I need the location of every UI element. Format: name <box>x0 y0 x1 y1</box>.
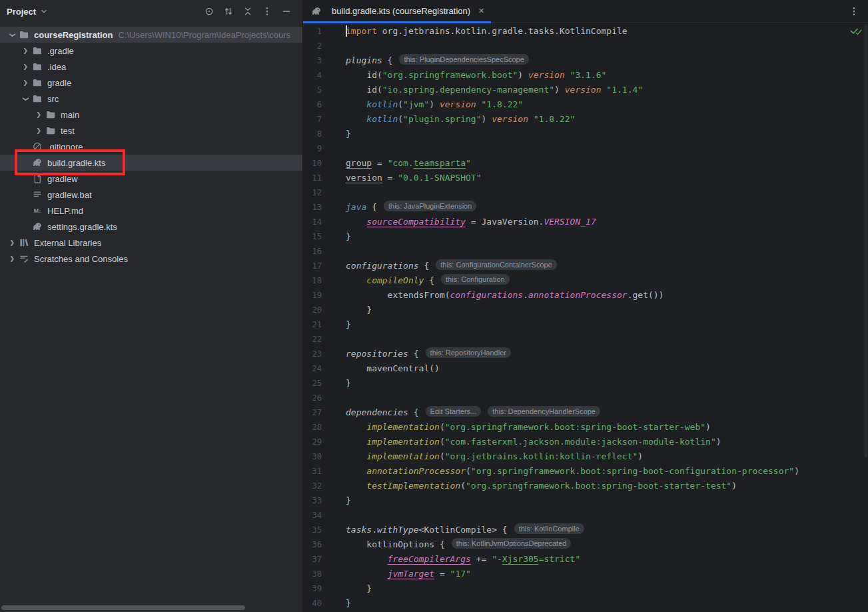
line-number: 32 <box>303 479 334 493</box>
tree-item-idea[interactable]: ❯.idea <box>0 59 302 75</box>
chevron-down-icon[interactable]: ❯ <box>9 28 15 41</box>
chevron-right-icon[interactable]: ❯ <box>19 80 32 86</box>
code-line[interactable]: 20 } <box>303 303 868 317</box>
inlay-hint[interactable]: this: KotlinJvmOptionsDeprecated <box>452 538 572 549</box>
code-line[interactable]: 15} <box>303 229 868 244</box>
tree-item-gradle[interactable]: ❯.gradle <box>0 43 302 59</box>
code-line[interactable]: 29 implementation("com.fasterxml.jackson… <box>303 435 868 449</box>
chevron-right-icon[interactable]: ❯ <box>32 112 45 118</box>
project-panel-title[interactable]: Project <box>7 7 36 17</box>
tree-item-build-gradle-kts[interactable]: build.gradle.kts <box>0 155 302 171</box>
code-line[interactable]: 7 kotlin("plugin.spring") version "1.8.2… <box>303 112 868 127</box>
code-line[interactable]: 6 kotlin("jvm") version "1.8.22" <box>303 97 868 112</box>
code-line[interactable]: 35tasks.withType<KotlinCompile> {this: K… <box>303 523 868 537</box>
line-number: 25 <box>303 376 334 391</box>
locate-icon[interactable] <box>204 6 215 17</box>
inlay-hint[interactable]: this: JavaPluginExtension <box>384 201 476 211</box>
code-token: version <box>492 114 528 124</box>
inlay-hint[interactable]: Edit Starters... <box>426 406 482 417</box>
code-text: } <box>334 229 351 244</box>
chevron-down-icon[interactable] <box>39 7 49 16</box>
chevron-down-icon[interactable]: ❯ <box>23 92 29 105</box>
tree-item-gradle[interactable]: ❯gradle <box>0 75 302 91</box>
code-line[interactable]: 38 jvmTarget = "17" <box>303 567 868 581</box>
code-line[interactable]: 13java {this: JavaPluginExtension <box>303 200 868 215</box>
code-line[interactable]: 36 kotlinOptions {this: KotlinJvmOptions… <box>303 537 868 552</box>
code-line[interactable]: 33} <box>303 493 868 508</box>
code-line[interactable]: 17configurations {this: ConfigurationCon… <box>303 259 868 273</box>
inspections-ok-icon[interactable] <box>850 26 862 35</box>
code-line[interactable]: 21} <box>303 317 868 332</box>
code-line[interactable]: 40} <box>303 596 868 611</box>
code-line[interactable]: 1import org.jetbrains.kotlin.gradle.task… <box>303 24 868 39</box>
code-line[interactable]: 24 mavenCentral() <box>303 361 868 376</box>
code-line[interactable]: 30 implementation("org.jetbrains.kotlin:… <box>303 449 868 464</box>
tree-item-test[interactable]: ❯test <box>0 123 302 139</box>
inlay-hint[interactable]: this: ConfigurationContainerScope <box>436 259 557 270</box>
code-line[interactable]: 32 testImplementation("org.springframewo… <box>303 479 868 493</box>
chevron-right-icon[interactable]: ❯ <box>19 48 32 54</box>
inlay-hint[interactable]: this: Configuration <box>441 274 510 285</box>
line-number: 40 <box>303 596 334 611</box>
line-number: 16 <box>303 244 334 259</box>
code-text <box>334 244 346 259</box>
chevron-right-icon[interactable]: ❯ <box>19 64 32 70</box>
code-text: version = "0.0.1-SNAPSHOT" <box>334 171 482 185</box>
code-line[interactable]: 28 implementation("org.springframework.b… <box>303 420 868 435</box>
code-line[interactable]: 22 <box>303 332 868 347</box>
code-text: kotlin("jvm") version "1.8.22" <box>334 97 523 112</box>
code-line[interactable]: 23repositories {this: RepositoryHandler <box>303 347 868 361</box>
code-line[interactable]: 4 id("org.springframework.boot") version… <box>303 68 868 83</box>
code-line[interactable]: 31 annotationProcessor("org.springframew… <box>303 464 868 479</box>
code-line[interactable]: 26 <box>303 391 868 405</box>
project-horizontal-scrollbar[interactable] <box>1 605 245 610</box>
collapse-all-icon[interactable] <box>242 6 253 17</box>
tree-item-scratches-and-consoles[interactable]: ❯Scratches and Consoles <box>0 251 302 267</box>
tree-item-courseregistration[interactable]: ❯courseRegistrationC:\Users\WIN10\Progra… <box>0 27 302 43</box>
tree-item-help-md[interactable]: M↓HELP.md <box>0 203 302 219</box>
tab-build-gradle-kts[interactable]: build.gradle.kts (courseRegistration) ✕ <box>303 0 491 23</box>
editor-vertical-scrollbar[interactable] <box>865 24 867 457</box>
code-line[interactable]: 16 <box>303 244 868 259</box>
code-line[interactable]: 10group = "com.teamsparta" <box>303 156 868 171</box>
code-line[interactable]: 11version = "0.0.1-SNAPSHOT" <box>303 171 868 185</box>
swap-vertical-icon[interactable] <box>223 6 234 17</box>
tab-close-icon[interactable]: ✕ <box>478 7 484 15</box>
code-line[interactable]: 3plugins {this: PluginDependenciesSpecSc… <box>303 53 868 68</box>
code-line[interactable]: 14 sourceCompatibility = JavaVersion.VER… <box>303 215 868 229</box>
inlay-hint[interactable]: this: DependencyHandlerScope <box>488 406 600 417</box>
inlay-hint[interactable]: this: PluginDependenciesSpecScope <box>399 54 528 65</box>
code-line[interactable]: 39 } <box>303 581 868 596</box>
line-number: 35 <box>303 523 334 537</box>
tree-item-gradlew-bat[interactable]: gradlew.bat <box>0 187 302 203</box>
minimize-icon[interactable] <box>281 6 292 17</box>
code-line[interactable]: 9 <box>303 141 868 156</box>
code-line[interactable]: 12 <box>303 185 868 200</box>
editor-options-kebab-icon[interactable] <box>849 6 859 17</box>
code-text: java {this: JavaPluginExtension <box>334 200 476 215</box>
inlay-hint[interactable]: this: KotlinCompile <box>514 523 584 534</box>
code-line[interactable]: 37 freeCompilerArgs += "-Xjsr305=strict" <box>303 552 868 567</box>
code-line[interactable]: 8} <box>303 127 868 141</box>
code-line[interactable]: 27dependencies {Edit Starters...this: De… <box>303 405 868 420</box>
tree-item-gradlew[interactable]: gradlew <box>0 171 302 187</box>
tree-item-settings-gradle-kts[interactable]: settings.gradle.kts <box>0 219 302 235</box>
tree-item-external-libraries[interactable]: ❯External Libraries <box>0 235 302 251</box>
inlay-hint[interactable]: this: RepositoryHandler <box>426 347 511 358</box>
code-line[interactable]: 19 extendsFrom(configurations.annotation… <box>303 288 868 303</box>
chevron-right-icon[interactable]: ❯ <box>32 128 45 134</box>
folder-icon <box>32 93 43 104</box>
code-line[interactable]: 34 <box>303 508 868 523</box>
code-token: .get()) <box>628 290 664 300</box>
kebab-menu-icon[interactable] <box>262 6 272 17</box>
code-line[interactable]: 5 id("io.spring.dependency-management") … <box>303 83 868 97</box>
code-line[interactable]: 18 compileOnly {this: Configuration <box>303 273 868 288</box>
chevron-right-icon[interactable]: ❯ <box>5 256 19 262</box>
tree-item-main[interactable]: ❯main <box>0 107 302 123</box>
code-line[interactable]: 2 <box>303 39 868 53</box>
tree-item-gitignore[interactable]: .gitignore <box>0 139 302 155</box>
tree-item-src[interactable]: ❯src <box>0 91 302 107</box>
tree-item-label: gradlew <box>47 174 78 184</box>
chevron-right-icon[interactable]: ❯ <box>5 240 19 246</box>
code-line[interactable]: 25} <box>303 376 868 391</box>
